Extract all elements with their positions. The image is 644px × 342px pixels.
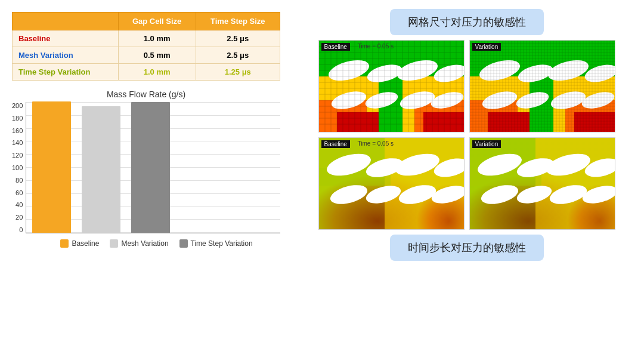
svg-rect-148 (385, 138, 465, 230)
left-panel: Gap Cell Size Time Step Size Baseline 1.… (0, 0, 292, 342)
legend-swatch (179, 239, 188, 248)
table-row: Baseline 1.0 mm 2.5 μs (13, 30, 280, 47)
main-container: Gap Cell Size Time Step Size Baseline 1.… (0, 0, 644, 342)
viz-time-top-baseline: Time = 0.05 s (358, 43, 394, 50)
legend-item: Mesh Variation (110, 239, 168, 248)
viz-panel-top-baseline: Baseline Time = 0.05 s (318, 40, 465, 133)
table-cell-time: 2.5 μs (196, 47, 280, 64)
y-axis-label: 100 (12, 164, 23, 171)
chart-bar (131, 102, 170, 233)
viz-panel-bottom-baseline: Baseline Time = 0.05 s (318, 137, 465, 230)
data-table: Gap Cell Size Time Step Size Baseline 1.… (12, 12, 280, 81)
legend-label: Mesh Variation (121, 239, 168, 248)
bottom-viz-row: Baseline Time = 0.05 s (298, 137, 635, 230)
y-axis-label: 40 (16, 201, 23, 208)
table-cell-label: Baseline (13, 30, 119, 47)
y-axis-label: 160 (12, 127, 23, 134)
bottom-section-label: 时间步长对压力的敏感性 (390, 235, 544, 261)
chart-inner (26, 102, 280, 233)
table-row: Time Step Variation 1.0 mm 1.25 μs (13, 64, 280, 81)
y-axis-label: 20 (16, 214, 23, 221)
viz-label-top-variation: Variation (472, 43, 501, 51)
table-cell-gap: 0.5 mm (118, 47, 196, 64)
top-viz-row: Baseline Time = 0.05 s (298, 40, 635, 133)
y-axis-label: 60 (16, 189, 23, 196)
y-axis-label: 140 (12, 139, 23, 146)
viz-svg-top-variation (470, 41, 615, 133)
chart-area: Mass Flow Rate (g/s) 2001801601401201008… (12, 87, 280, 336)
chart-bar (32, 101, 71, 233)
chart-wrapper: 200180160140120100806040200 (12, 102, 280, 233)
legend-item: Time Step Variation (179, 239, 253, 248)
table-header-empty (13, 13, 119, 30)
right-panel: 网格尺寸对压力的敏感性 Baseline Time = 0.05 s (292, 0, 644, 342)
table-cell-gap: 1.0 mm (118, 30, 196, 47)
viz-svg-bottom-variation (470, 138, 615, 230)
viz-label-bottom-variation: Variation (472, 140, 501, 148)
y-axis-label: 180 (12, 115, 23, 122)
legend-swatch (60, 239, 69, 248)
viz-svg-top-baseline (319, 41, 465, 133)
viz-label-top-baseline: Baseline (321, 43, 350, 51)
viz-panel-bottom-variation: Variation (469, 137, 615, 230)
top-section-label: 网格尺寸对压力的敏感性 (390, 9, 544, 35)
viz-svg-bottom-baseline (319, 138, 465, 230)
table-cell-gap: 1.0 mm (118, 64, 196, 81)
table-cell-label: Time Step Variation (13, 64, 119, 81)
svg-rect-6 (423, 112, 465, 133)
legend-label: Baseline (72, 239, 99, 248)
legend-swatch (110, 239, 118, 248)
chart-legend: BaselineMesh VariationTime Step Variatio… (39, 239, 252, 248)
chart-title: Mass Flow Rate (g/s) (107, 90, 185, 99)
y-axis-label: 120 (12, 152, 23, 159)
bars-container (26, 102, 280, 233)
table-header-gap: Gap Cell Size (118, 13, 196, 30)
legend-label: Time Step Variation (191, 239, 253, 248)
y-axis-label: 0 (19, 226, 23, 233)
table-cell-label: Mesh Variation (13, 47, 119, 64)
table-cell-time: 1.25 μs (196, 64, 280, 81)
viz-time-bottom-baseline: Time = 0.05 s (358, 140, 394, 147)
viz-panel-top-variation: Variation (469, 40, 615, 133)
legend-item: Baseline (60, 239, 99, 248)
svg-rect-160 (535, 138, 615, 230)
y-axis-label: 80 (16, 177, 23, 184)
chart-bar (82, 106, 120, 233)
viz-label-bottom-baseline: Baseline (321, 140, 350, 148)
table-cell-time: 2.5 μs (196, 30, 280, 47)
table-row: Mesh Variation 0.5 mm 2.5 μs (13, 47, 280, 64)
y-axis-label: 200 (12, 102, 23, 109)
table-header-timestep: Time Step Size (196, 13, 280, 30)
y-axis: 200180160140120100806040200 (12, 102, 26, 233)
svg-rect-3 (337, 112, 379, 133)
